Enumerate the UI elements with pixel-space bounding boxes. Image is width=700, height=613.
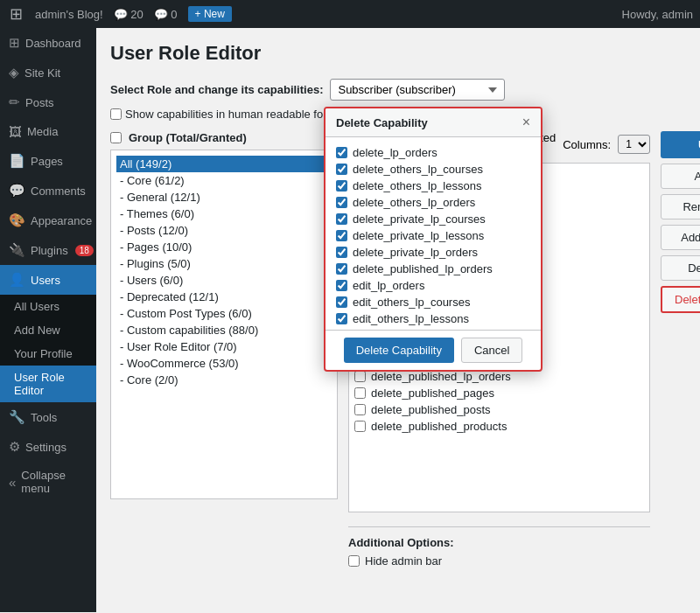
sidebar-item-users[interactable]: 👤 Users — [0, 265, 96, 295]
sidebar-item-tools[interactable]: 🔧 Tools — [0, 402, 96, 432]
sidebar-label-collapse: Collapse menu — [21, 469, 88, 495]
group-item[interactable]: - Themes (6/0) — [116, 205, 332, 222]
group-item[interactable]: - General (12/1) — [116, 189, 332, 205]
modal-cap-checkbox[interactable] — [336, 280, 347, 291]
group-item[interactable]: - User Role Editor (7/0) — [116, 338, 332, 355]
tools-icon: 🔧 — [9, 409, 25, 425]
sidebar-label-plugins: Plugins — [31, 244, 68, 257]
additional-options: Additional Options: Hide admin bar — [348, 526, 650, 568]
delete-capability-button[interactable]: Delete Capability — [661, 286, 700, 313]
modal-close-button[interactable]: × — [522, 115, 530, 129]
group-item[interactable]: - Users (6/0) — [116, 272, 332, 289]
group-item[interactable]: - Posts (12/0) — [116, 222, 332, 239]
cap-label: delete_published_pages — [371, 387, 494, 400]
modal-cap-checkbox[interactable] — [336, 197, 347, 208]
modal-cap-checkbox[interactable] — [336, 213, 347, 225]
modal-cap-item: delete_private_lp_lessons — [336, 227, 530, 244]
modal-cap-label: edit_others_lp_orders — [353, 329, 463, 330]
right-panel: Update Add Role Rename Role Add Capabili… — [661, 131, 700, 568]
group-item[interactable]: - Plugins (5/0) — [116, 255, 332, 272]
sidebar-label-pages: Pages — [31, 155, 63, 168]
sidebar-label-sitekit: Site Kit — [24, 66, 60, 80]
sidebar-item-user-role-editor[interactable]: User Role Editor — [0, 366, 96, 402]
hide-admin-bar-label[interactable]: Hide admin bar — [348, 554, 650, 568]
plugins-badge: 18 — [75, 245, 94, 256]
modal-cap-item: delete_others_lp_orders — [336, 194, 530, 211]
add-role-button[interactable]: Add Role — [661, 164, 700, 189]
modal-cap-item: delete_others_lp_lessons — [336, 178, 530, 194]
sidebar-item-dashboard[interactable]: ⊞ Dashboard — [0, 28, 96, 58]
columns-select[interactable]: 1 — [618, 135, 650, 154]
modal-cap-checkbox[interactable] — [336, 247, 347, 258]
sidebar: ⊞ Dashboard ◈ Site Kit ✏ Posts 🖼 Media 📄… — [0, 28, 96, 612]
new-button[interactable]: + New — [188, 6, 232, 22]
group-select-all-checkbox[interactable] — [110, 132, 122, 143]
sitekit-icon: ◈ — [9, 65, 19, 80]
sidebar-item-posts[interactable]: ✏ Posts — [0, 87, 96, 117]
modal-title: Delete Capability — [336, 116, 428, 129]
sidebar-item-appearance[interactable]: 🎨 Appearance — [0, 205, 96, 235]
group-item[interactable]: - Deprecated (12/1) — [116, 289, 332, 305]
sidebar-item-pages[interactable]: 📄 Pages — [0, 146, 96, 176]
modal-cap-label: delete_others_lp_orders — [353, 196, 475, 209]
modal-footer: Delete Capability Cancel — [326, 330, 541, 370]
comments-icon: 💬 — [9, 183, 25, 199]
group-item[interactable]: - Core (2/0) — [116, 372, 332, 388]
role-select[interactable]: Subscriber (subscriber) — [330, 79, 505, 101]
modal-delete-button[interactable]: Delete Capability — [344, 338, 454, 363]
cap-checkbox[interactable] — [354, 421, 366, 432]
cap-item: delete_published_pages — [354, 385, 644, 401]
hide-admin-bar-checkbox[interactable] — [348, 555, 360, 567]
your-profile-label: Your Profile — [14, 347, 73, 360]
group-item[interactable]: - Custom capabilities (88/0) — [116, 322, 332, 338]
modal-cancel-button[interactable]: Cancel — [461, 338, 522, 363]
main-content: User Role Editor Select Role and change … — [96, 28, 700, 612]
users-icon: 👤 — [9, 272, 25, 288]
modal-cap-checkbox[interactable] — [336, 147, 347, 158]
cap-item: delete_published_products — [354, 418, 644, 435]
group-item[interactable]: - Core (61/2) — [116, 172, 332, 189]
modal-cap-checkbox[interactable] — [336, 164, 347, 175]
show-human-checkbox[interactable] — [110, 108, 122, 120]
group-header-label: Group (Total/Granted) — [129, 131, 247, 144]
modal-cap-checkbox[interactable] — [336, 180, 347, 192]
wp-logo-icon: ⊞ — [7, 5, 24, 23]
group-item[interactable]: - Pages (10/0) — [116, 239, 332, 255]
cap-checkbox[interactable] — [354, 387, 366, 399]
collapse-icon: « — [9, 475, 16, 490]
add-capability-button[interactable]: Add Capability — [661, 225, 700, 250]
cap-checkbox[interactable] — [354, 371, 366, 382]
update-button[interactable]: Update — [661, 131, 700, 158]
group-item[interactable]: - Custom Post Types (6/0) — [116, 305, 332, 322]
sidebar-item-settings[interactable]: ⚙ Settings — [0, 432, 96, 462]
sidebar-item-your-profile[interactable]: Your Profile — [0, 342, 96, 366]
rename-role-button[interactable]: Rename Role — [661, 194, 700, 219]
sidebar-item-comments[interactable]: 💬 Comments — [0, 176, 96, 205]
sidebar-item-sitekit[interactable]: ◈ Site Kit — [0, 58, 96, 87]
modal-cap-checkbox[interactable] — [336, 296, 347, 308]
modal-cap-label: delete_published_lp_orders — [353, 262, 493, 275]
group-item[interactable]: - WooCommerce (53/0) — [116, 355, 332, 372]
columns-label: Columns: — [563, 138, 611, 151]
modal-cap-checkbox[interactable] — [336, 230, 347, 241]
select-role-label: Select Role and change its capabilities: — [110, 83, 323, 96]
sidebar-label-posts: Posts — [25, 96, 54, 109]
sidebar-label-comments: Comments — [31, 185, 86, 198]
modal-cap-item: edit_others_lp_courses — [336, 294, 530, 310]
cap-label: delete_published_posts — [371, 403, 491, 416]
sidebar-item-add-new[interactable]: Add New — [0, 318, 96, 342]
cap-checkbox[interactable] — [354, 404, 366, 415]
group-header-row: Group (Total/Granted) — [110, 131, 338, 144]
modal-cap-checkbox[interactable] — [336, 263, 347, 275]
sidebar-item-media[interactable]: 🖼 Media — [0, 117, 96, 146]
delete-role-button[interactable]: Delete Role — [661, 255, 700, 281]
modal-cap-checkbox[interactable] — [336, 313, 347, 324]
sidebar-item-all-users[interactable]: All Users — [0, 295, 96, 318]
site-name[interactable]: admin's Blog! — [35, 8, 103, 21]
show-human-label[interactable]: Show capabilities in human readable form — [110, 108, 336, 121]
sidebar-item-collapse[interactable]: « Collapse menu — [0, 462, 96, 502]
media-icon: 🖼 — [9, 124, 22, 139]
sidebar-item-plugins[interactable]: 🔌 Plugins 18 — [0, 235, 96, 265]
group-item[interactable]: All (149/2) — [116, 156, 332, 172]
comment-bubble: 💬 0 — [154, 8, 178, 21]
